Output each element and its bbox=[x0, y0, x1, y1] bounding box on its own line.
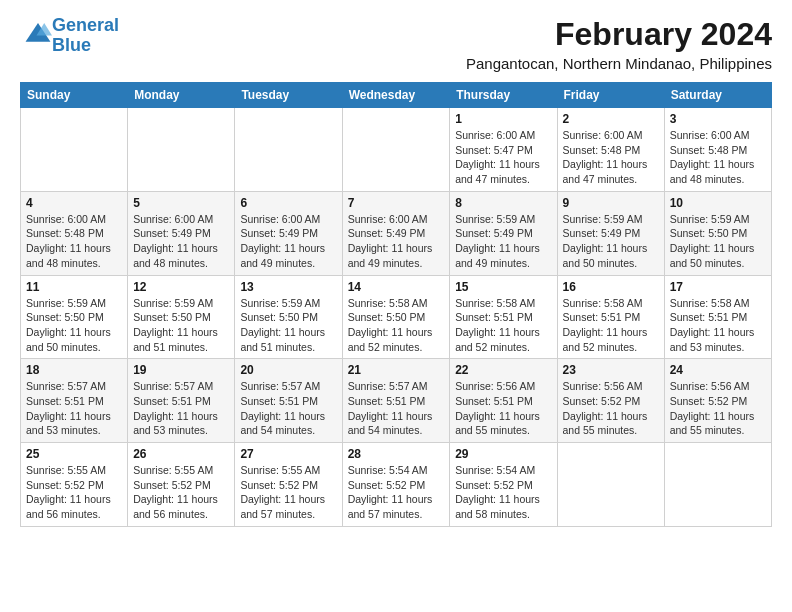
day-number: 22 bbox=[455, 363, 551, 377]
calendar-cell: 28Sunrise: 5:54 AMSunset: 5:52 PMDayligh… bbox=[342, 443, 450, 527]
day-number: 17 bbox=[670, 280, 766, 294]
logo-line1: General bbox=[52, 15, 119, 35]
cell-content: Sunrise: 5:59 AMSunset: 5:49 PMDaylight:… bbox=[455, 212, 551, 271]
calendar-week-row: 25Sunrise: 5:55 AMSunset: 5:52 PMDayligh… bbox=[21, 443, 772, 527]
day-number: 8 bbox=[455, 196, 551, 210]
day-number: 3 bbox=[670, 112, 766, 126]
calendar-cell: 22Sunrise: 5:56 AMSunset: 5:51 PMDayligh… bbox=[450, 359, 557, 443]
cell-content: Sunrise: 6:00 AMSunset: 5:48 PMDaylight:… bbox=[670, 128, 766, 187]
day-number: 28 bbox=[348, 447, 445, 461]
calendar-cell: 19Sunrise: 5:57 AMSunset: 5:51 PMDayligh… bbox=[128, 359, 235, 443]
calendar-cell: 11Sunrise: 5:59 AMSunset: 5:50 PMDayligh… bbox=[21, 275, 128, 359]
cell-content: Sunrise: 5:56 AMSunset: 5:52 PMDaylight:… bbox=[670, 379, 766, 438]
calendar-cell: 14Sunrise: 5:58 AMSunset: 5:50 PMDayligh… bbox=[342, 275, 450, 359]
day-number: 23 bbox=[563, 363, 659, 377]
calendar-cell: 6Sunrise: 6:00 AMSunset: 5:49 PMDaylight… bbox=[235, 191, 342, 275]
logo-text: General Blue bbox=[52, 16, 119, 56]
cell-content: Sunrise: 5:54 AMSunset: 5:52 PMDaylight:… bbox=[348, 463, 445, 522]
cell-content: Sunrise: 5:56 AMSunset: 5:51 PMDaylight:… bbox=[455, 379, 551, 438]
cell-content: Sunrise: 5:58 AMSunset: 5:51 PMDaylight:… bbox=[563, 296, 659, 355]
day-number: 29 bbox=[455, 447, 551, 461]
cell-content: Sunrise: 5:54 AMSunset: 5:52 PMDaylight:… bbox=[455, 463, 551, 522]
calendar-cell bbox=[21, 108, 128, 192]
day-number: 9 bbox=[563, 196, 659, 210]
cell-content: Sunrise: 5:55 AMSunset: 5:52 PMDaylight:… bbox=[240, 463, 336, 522]
calendar-cell: 29Sunrise: 5:54 AMSunset: 5:52 PMDayligh… bbox=[450, 443, 557, 527]
calendar-header-friday: Friday bbox=[557, 83, 664, 108]
cell-content: Sunrise: 6:00 AMSunset: 5:49 PMDaylight:… bbox=[240, 212, 336, 271]
cell-content: Sunrise: 5:55 AMSunset: 5:52 PMDaylight:… bbox=[133, 463, 229, 522]
calendar-cell: 15Sunrise: 5:58 AMSunset: 5:51 PMDayligh… bbox=[450, 275, 557, 359]
calendar-header-tuesday: Tuesday bbox=[235, 83, 342, 108]
day-number: 12 bbox=[133, 280, 229, 294]
cell-content: Sunrise: 5:59 AMSunset: 5:50 PMDaylight:… bbox=[133, 296, 229, 355]
calendar-cell: 23Sunrise: 5:56 AMSunset: 5:52 PMDayligh… bbox=[557, 359, 664, 443]
cell-content: Sunrise: 5:58 AMSunset: 5:50 PMDaylight:… bbox=[348, 296, 445, 355]
day-number: 25 bbox=[26, 447, 122, 461]
calendar-cell bbox=[128, 108, 235, 192]
month-year-title: February 2024 bbox=[466, 16, 772, 53]
calendar-cell: 7Sunrise: 6:00 AMSunset: 5:49 PMDaylight… bbox=[342, 191, 450, 275]
calendar-cell: 4Sunrise: 6:00 AMSunset: 5:48 PMDaylight… bbox=[21, 191, 128, 275]
calendar-cell: 8Sunrise: 5:59 AMSunset: 5:49 PMDaylight… bbox=[450, 191, 557, 275]
cell-content: Sunrise: 5:59 AMSunset: 5:50 PMDaylight:… bbox=[670, 212, 766, 271]
day-number: 20 bbox=[240, 363, 336, 377]
calendar-table: SundayMondayTuesdayWednesdayThursdayFrid… bbox=[20, 82, 772, 527]
calendar-cell: 18Sunrise: 5:57 AMSunset: 5:51 PMDayligh… bbox=[21, 359, 128, 443]
calendar-week-row: 4Sunrise: 6:00 AMSunset: 5:48 PMDaylight… bbox=[21, 191, 772, 275]
logo-line2: Blue bbox=[52, 35, 91, 55]
cell-content: Sunrise: 5:58 AMSunset: 5:51 PMDaylight:… bbox=[670, 296, 766, 355]
calendar-cell: 2Sunrise: 6:00 AMSunset: 5:48 PMDaylight… bbox=[557, 108, 664, 192]
title-block: February 2024 Pangantocan, Northern Mind… bbox=[466, 16, 772, 72]
calendar-header-wednesday: Wednesday bbox=[342, 83, 450, 108]
day-number: 2 bbox=[563, 112, 659, 126]
location-subtitle: Pangantocan, Northern Mindanao, Philippi… bbox=[466, 55, 772, 72]
calendar-cell: 17Sunrise: 5:58 AMSunset: 5:51 PMDayligh… bbox=[664, 275, 771, 359]
calendar-cell: 24Sunrise: 5:56 AMSunset: 5:52 PMDayligh… bbox=[664, 359, 771, 443]
cell-content: Sunrise: 6:00 AMSunset: 5:47 PMDaylight:… bbox=[455, 128, 551, 187]
calendar-cell: 13Sunrise: 5:59 AMSunset: 5:50 PMDayligh… bbox=[235, 275, 342, 359]
cell-content: Sunrise: 6:00 AMSunset: 5:48 PMDaylight:… bbox=[563, 128, 659, 187]
calendar-week-row: 11Sunrise: 5:59 AMSunset: 5:50 PMDayligh… bbox=[21, 275, 772, 359]
day-number: 10 bbox=[670, 196, 766, 210]
day-number: 26 bbox=[133, 447, 229, 461]
calendar-week-row: 18Sunrise: 5:57 AMSunset: 5:51 PMDayligh… bbox=[21, 359, 772, 443]
calendar-cell bbox=[235, 108, 342, 192]
calendar-cell: 21Sunrise: 5:57 AMSunset: 5:51 PMDayligh… bbox=[342, 359, 450, 443]
day-number: 4 bbox=[26, 196, 122, 210]
calendar-header-saturday: Saturday bbox=[664, 83, 771, 108]
calendar-body: 1Sunrise: 6:00 AMSunset: 5:47 PMDaylight… bbox=[21, 108, 772, 527]
calendar-cell: 5Sunrise: 6:00 AMSunset: 5:49 PMDaylight… bbox=[128, 191, 235, 275]
cell-content: Sunrise: 5:59 AMSunset: 5:50 PMDaylight:… bbox=[240, 296, 336, 355]
calendar-header-monday: Monday bbox=[128, 83, 235, 108]
cell-content: Sunrise: 6:00 AMSunset: 5:49 PMDaylight:… bbox=[133, 212, 229, 271]
calendar-cell: 16Sunrise: 5:58 AMSunset: 5:51 PMDayligh… bbox=[557, 275, 664, 359]
day-number: 6 bbox=[240, 196, 336, 210]
calendar-week-row: 1Sunrise: 6:00 AMSunset: 5:47 PMDaylight… bbox=[21, 108, 772, 192]
calendar-cell: 9Sunrise: 5:59 AMSunset: 5:49 PMDaylight… bbox=[557, 191, 664, 275]
day-number: 21 bbox=[348, 363, 445, 377]
calendar-cell: 26Sunrise: 5:55 AMSunset: 5:52 PMDayligh… bbox=[128, 443, 235, 527]
day-number: 19 bbox=[133, 363, 229, 377]
cell-content: Sunrise: 5:57 AMSunset: 5:51 PMDaylight:… bbox=[348, 379, 445, 438]
day-number: 16 bbox=[563, 280, 659, 294]
day-number: 14 bbox=[348, 280, 445, 294]
page-header: General Blue February 2024 Pangantocan, … bbox=[20, 16, 772, 72]
cell-content: Sunrise: 5:57 AMSunset: 5:51 PMDaylight:… bbox=[240, 379, 336, 438]
cell-content: Sunrise: 6:00 AMSunset: 5:49 PMDaylight:… bbox=[348, 212, 445, 271]
calendar-header-thursday: Thursday bbox=[450, 83, 557, 108]
calendar-cell: 25Sunrise: 5:55 AMSunset: 5:52 PMDayligh… bbox=[21, 443, 128, 527]
day-number: 7 bbox=[348, 196, 445, 210]
day-number: 11 bbox=[26, 280, 122, 294]
calendar-cell bbox=[557, 443, 664, 527]
calendar-cell: 10Sunrise: 5:59 AMSunset: 5:50 PMDayligh… bbox=[664, 191, 771, 275]
calendar-cell: 27Sunrise: 5:55 AMSunset: 5:52 PMDayligh… bbox=[235, 443, 342, 527]
cell-content: Sunrise: 5:55 AMSunset: 5:52 PMDaylight:… bbox=[26, 463, 122, 522]
calendar-cell: 1Sunrise: 6:00 AMSunset: 5:47 PMDaylight… bbox=[450, 108, 557, 192]
cell-content: Sunrise: 5:56 AMSunset: 5:52 PMDaylight:… bbox=[563, 379, 659, 438]
day-number: 24 bbox=[670, 363, 766, 377]
cell-content: Sunrise: 5:59 AMSunset: 5:49 PMDaylight:… bbox=[563, 212, 659, 271]
cell-content: Sunrise: 5:57 AMSunset: 5:51 PMDaylight:… bbox=[26, 379, 122, 438]
day-number: 18 bbox=[26, 363, 122, 377]
logo: General Blue bbox=[20, 16, 119, 56]
